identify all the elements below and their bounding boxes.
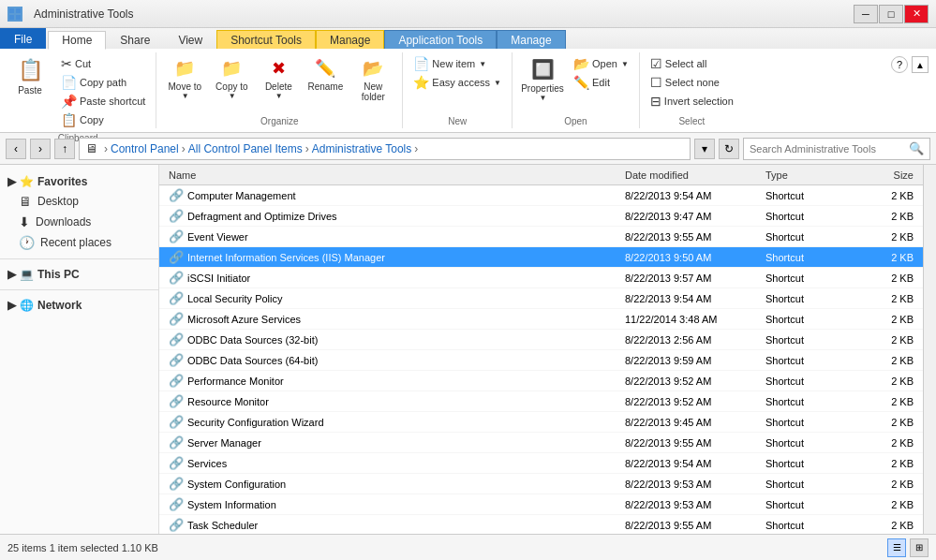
- column-header-type[interactable]: Type: [760, 169, 854, 181]
- table-row[interactable]: 🔗Local Security Policy8/22/2013 9:54 AMS…: [159, 288, 923, 309]
- table-row[interactable]: 🔗Internet Information Services (IIS) Man…: [159, 247, 923, 268]
- copy-button[interactable]: 📋 Copy: [56, 111, 150, 129]
- new-item-arrow: ▼: [479, 60, 486, 68]
- invert-selection-button[interactable]: ⊟ Invert selection: [646, 92, 738, 111]
- file-icon: 🔗: [169, 188, 184, 202]
- select-all-button[interactable]: ☑ Select all: [646, 54, 738, 73]
- select-none-button[interactable]: ☐ Select none: [646, 73, 738, 92]
- file-name-cell: 🔗Resource Monitor: [163, 394, 619, 408]
- forward-button[interactable]: ›: [30, 139, 51, 159]
- file-size-cell: 2 KB: [854, 252, 919, 263]
- tab-home[interactable]: Home: [48, 31, 106, 50]
- table-row[interactable]: 🔗Services8/22/2013 9:54 AMShortcut2 KB: [159, 453, 923, 474]
- file-date-cell: 8/22/2013 9:57 AM: [619, 273, 760, 284]
- tab-manage-shortcut[interactable]: Manage: [316, 30, 384, 49]
- ribbon-clipboard-section: 📋 Paste ✂ Cut 📄 Copy path 📌 Paste shortc…: [0, 52, 156, 128]
- this-pc-label: This PC: [37, 268, 80, 281]
- table-row[interactable]: 🔗Performance Monitor8/22/2013 9:52 AMSho…: [159, 371, 923, 391]
- copy-to-button[interactable]: 📁 Copy to ▼: [209, 54, 254, 111]
- address-path[interactable]: 🖥 › Control Panel › All Control Panel It…: [79, 138, 691, 160]
- favorites-expand-icon: ▶: [7, 175, 16, 188]
- tab-application-tools[interactable]: Application Tools: [384, 30, 497, 49]
- paste-shortcut-button[interactable]: 📌 Paste shortcut: [56, 92, 150, 111]
- sidebar-item-recent-places[interactable]: 🕐 Recent places: [0, 232, 158, 253]
- table-row[interactable]: 🔗System Configuration8/22/2013 9:53 AMSh…: [159, 474, 923, 494]
- file-icon: 🔗: [169, 250, 184, 264]
- table-row[interactable]: 🔗Security Configuration Wizard8/22/2013 …: [159, 412, 923, 433]
- help-button[interactable]: ?: [891, 56, 908, 73]
- favorites-header[interactable]: ▶ ⭐ Favorites: [0, 172, 158, 191]
- file-icon: 🔗: [169, 291, 184, 305]
- scrollbar[interactable]: [923, 165, 936, 534]
- this-pc-expand-icon: ▶: [7, 268, 16, 281]
- maximize-button[interactable]: □: [879, 5, 903, 23]
- table-row[interactable]: 🔗ODBC Data Sources (64-bit)8/22/2013 9:5…: [159, 350, 923, 371]
- up-button[interactable]: ↑: [54, 139, 75, 159]
- column-header-name[interactable]: Name: [163, 169, 619, 181]
- table-row[interactable]: 🔗Defragment and Optimize Drives8/22/2013…: [159, 206, 923, 227]
- dropdown-button[interactable]: ▾: [694, 139, 715, 159]
- file-name-cell: 🔗Computer Management: [163, 188, 619, 202]
- window-controls: ─ □ ✕: [854, 5, 929, 23]
- tab-manage-app[interactable]: Manage: [497, 30, 565, 49]
- clipboard-items: 📋 Paste ✂ Cut 📄 Copy path 📌 Paste shortc…: [6, 54, 150, 129]
- table-row[interactable]: 🔗iSCSI Initiator8/22/2013 9:57 AMShortcu…: [159, 268, 923, 288]
- back-button[interactable]: ‹: [6, 139, 26, 159]
- path-crumb-allitems[interactable]: All Control Panel Items: [188, 142, 303, 155]
- ribbon-tabs: File Home Share View Shortcut Tools Mana…: [0, 28, 936, 49]
- tab-share[interactable]: Share: [106, 30, 164, 49]
- sidebar-item-desktop[interactable]: 🖥 Desktop: [0, 191, 158, 212]
- copy-to-icon: 📁: [221, 58, 242, 79]
- minimize-button[interactable]: ─: [854, 5, 878, 23]
- tab-view[interactable]: View: [164, 30, 216, 49]
- open-button[interactable]: 📂 Open ▼: [569, 54, 633, 73]
- details-view-button[interactable]: ☰: [887, 538, 906, 557]
- file-type-cell: Shortcut: [760, 396, 854, 407]
- move-to-button[interactable]: 📁 Move to ▼: [162, 54, 207, 111]
- network-header[interactable]: ▶ 🌐 Network: [0, 296, 158, 315]
- delete-button[interactable]: ✖ Delete ▼: [256, 54, 301, 111]
- table-row[interactable]: 🔗Event Viewer8/22/2013 9:55 AMShortcut2 …: [159, 227, 923, 247]
- tab-file[interactable]: File: [0, 28, 46, 49]
- paste-icon: 📋: [18, 58, 43, 82]
- close-button[interactable]: ✕: [904, 5, 929, 23]
- file-name-cell: 🔗Microsoft Azure Services: [163, 312, 619, 326]
- column-header-date[interactable]: Date modified: [619, 169, 760, 181]
- paste-button[interactable]: 📋 Paste: [6, 54, 54, 111]
- table-row[interactable]: 🔗Task Scheduler8/22/2013 9:55 AMShortcut…: [159, 515, 923, 534]
- search-box[interactable]: 🔍: [743, 138, 930, 160]
- search-input[interactable]: [750, 143, 905, 155]
- table-row[interactable]: 🔗ODBC Data Sources (32-bit)8/22/2013 2:5…: [159, 330, 923, 350]
- rename-button[interactable]: ✏️ Rename: [303, 54, 348, 111]
- file-size-cell: 2 KB: [854, 334, 919, 346]
- sidebar-item-downloads[interactable]: ⬇ Downloads: [0, 212, 158, 232]
- refresh-button[interactable]: ↻: [719, 139, 739, 159]
- easy-access-button[interactable]: ⭐ Easy access ▼: [409, 73, 506, 92]
- column-header-size[interactable]: Size: [854, 169, 919, 181]
- new-item-button[interactable]: 📄 New item ▼: [409, 54, 506, 73]
- collapse-ribbon-button[interactable]: ▲: [912, 56, 929, 73]
- new-folder-button[interactable]: 📂 New folder: [349, 54, 396, 111]
- file-date-cell: 8/22/2013 9:45 AM: [619, 417, 760, 428]
- properties-button[interactable]: 🔲 Properties ▼: [518, 54, 567, 111]
- tab-shortcut-tools[interactable]: Shortcut Tools: [216, 30, 316, 49]
- table-row[interactable]: 🔗Resource Monitor8/22/2013 9:52 AMShortc…: [159, 391, 923, 412]
- copy-path-button[interactable]: 📄 Copy path: [56, 73, 150, 92]
- app-icon: [7, 7, 22, 22]
- edit-button[interactable]: ✏️ Edit: [569, 73, 633, 92]
- file-size-cell: 2 KB: [854, 417, 919, 428]
- path-crumb-controlpanel[interactable]: Control Panel: [111, 142, 179, 155]
- path-crumb-admintools[interactable]: Administrative Tools: [312, 142, 412, 155]
- ribbon-open-section: 🔲 Properties ▼ 📂 Open ▼ ✏️ Edit Open: [513, 52, 640, 128]
- path-arrow-1: ›: [182, 142, 186, 155]
- table-row[interactable]: 🔗Computer Management8/22/2013 9:54 AMSho…: [159, 185, 923, 206]
- cut-button[interactable]: ✂ Cut: [56, 54, 150, 73]
- this-pc-header[interactable]: ▶ 💻 This PC: [0, 265, 158, 284]
- table-row[interactable]: 🔗System Information8/22/2013 9:53 AMShor…: [159, 494, 923, 515]
- table-row[interactable]: 🔗Server Manager8/22/2013 9:55 AMShortcut…: [159, 433, 923, 453]
- large-icons-view-button[interactable]: ⊞: [910, 538, 929, 557]
- title-bar: Administrative Tools ─ □ ✕: [0, 0, 936, 28]
- file-size-cell: 2 KB: [854, 499, 919, 510]
- table-row[interactable]: 🔗Microsoft Azure Services11/22/2014 3:48…: [159, 309, 923, 330]
- file-size-cell: 2 KB: [854, 396, 919, 407]
